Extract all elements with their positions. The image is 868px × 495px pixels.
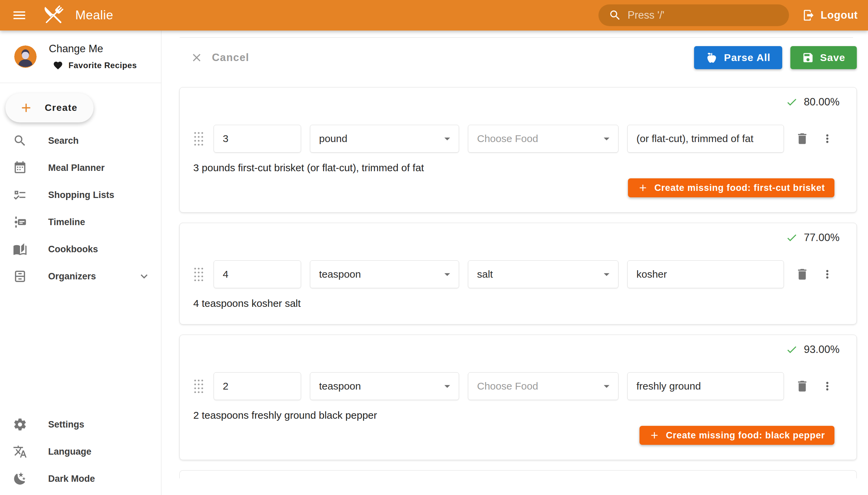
confidence-row: 77.00% <box>193 231 839 245</box>
drag-handle-icon[interactable] <box>193 131 204 146</box>
quantity-input[interactable] <box>214 260 301 288</box>
sidebar-item-shopping-lists[interactable]: Shopping Lists <box>0 182 161 208</box>
unit-value: pound <box>319 133 347 144</box>
search-icon <box>609 9 622 22</box>
user-profile-block[interactable]: Change Me Favorite Recipes <box>0 31 161 83</box>
app-title: Mealie <box>75 8 113 22</box>
food-select[interactable]: Choose Food <box>468 125 618 153</box>
ingredient-card-3: 93.00% teaspoon Choose Food <box>180 335 857 460</box>
delete-button[interactable] <box>794 378 810 394</box>
logout-icon <box>802 9 815 22</box>
ingredient-card-4-partial <box>180 470 857 478</box>
mealie-logo-icon <box>41 2 66 28</box>
create-missing-food-button[interactable]: Create missing food: black pepper <box>640 426 834 445</box>
heart-icon <box>53 61 63 70</box>
original-ingredient-text: 4 teaspoons kosher salt <box>193 298 839 309</box>
kebab-icon <box>821 132 834 145</box>
note-input[interactable] <box>627 260 784 288</box>
food-select[interactable]: Choose Food <box>468 372 618 400</box>
open-book-icon <box>13 242 27 256</box>
avatar <box>14 46 37 68</box>
sidebar-divider <box>0 83 161 83</box>
sidebar-nav: Search Meal Planner Shopping Lists Timel… <box>0 127 161 290</box>
unit-select[interactable]: pound <box>310 125 459 153</box>
global-search[interactable] <box>598 4 789 26</box>
chevron-down-icon[interactable] <box>137 270 151 283</box>
confidence-value: 77.00% <box>804 232 839 244</box>
create-button[interactable]: Create <box>5 93 93 122</box>
app-window: Mealie Logout Change Me Favorite Recipes <box>0 0 868 495</box>
translate-icon <box>13 444 27 459</box>
menu-down-icon <box>440 268 454 281</box>
quantity-input[interactable] <box>214 372 301 400</box>
confidence-row: 93.00% <box>193 342 839 357</box>
main-content: Cancel Parse All Save 80.00% <box>162 31 868 495</box>
menu-down-icon <box>440 132 454 146</box>
quantity-input[interactable] <box>214 125 301 153</box>
save-button[interactable]: Save <box>790 46 857 69</box>
calendar-icon <box>13 161 27 175</box>
hamburger-icon <box>12 7 27 23</box>
save-label: Save <box>820 52 845 63</box>
original-ingredient-text: 3 pounds first-cut brisket (or flat-cut)… <box>193 162 839 174</box>
global-search-input[interactable] <box>628 4 789 26</box>
cancel-label: Cancel <box>212 52 249 64</box>
check-icon <box>786 343 798 356</box>
create-missing-food-button[interactable]: Create missing food: first-cut brisket <box>628 178 834 197</box>
note-input[interactable] <box>627 125 784 153</box>
sidebar-item-cookbooks[interactable]: Cookbooks <box>0 236 161 263</box>
create-missing-food-label: Create missing food: black pepper <box>666 430 825 441</box>
apple-icon <box>705 52 718 64</box>
logout-button[interactable]: Logout <box>802 0 858 31</box>
trash-icon <box>795 379 809 393</box>
sidebar: Change Me Favorite Recipes Create Search… <box>0 31 161 495</box>
more-options-button[interactable] <box>820 267 835 282</box>
food-value: salt <box>477 269 493 280</box>
delete-button[interactable] <box>794 266 810 283</box>
sidebar-item-dark-mode[interactable]: Dark Mode <box>0 465 161 492</box>
parser-toolbar: Cancel Parse All Save <box>190 46 857 69</box>
sidebar-item-timeline[interactable]: Timeline <box>0 208 161 236</box>
ingredient-fields-row: pound Choose Food <box>193 125 839 153</box>
checklist-icon <box>13 188 27 202</box>
sidebar-footer: Settings Language Dark Mode <box>0 411 161 495</box>
check-icon <box>786 232 798 244</box>
parse-all-button[interactable]: Parse All <box>694 46 782 69</box>
cancel-button[interactable]: Cancel <box>190 51 249 64</box>
delete-button[interactable] <box>794 131 810 147</box>
more-options-button[interactable] <box>820 131 835 146</box>
trash-icon <box>795 267 809 281</box>
sidebar-item-favorite-recipes[interactable]: Favorite Recipes <box>53 61 137 70</box>
unit-select[interactable]: teaspoon <box>310 372 459 400</box>
timeline-icon <box>13 215 27 229</box>
food-placeholder: Choose Food <box>477 133 538 144</box>
confidence-value: 80.00% <box>804 96 839 108</box>
confidence-row: 80.00% <box>193 95 839 109</box>
sidebar-item-settings[interactable]: Settings <box>0 411 161 438</box>
ingredient-card-1: 80.00% pound Choose Food <box>180 87 857 212</box>
save-icon <box>802 52 814 64</box>
kebab-icon <box>821 268 834 281</box>
sidebar-item-meal-planner[interactable]: Meal Planner <box>0 154 161 182</box>
ingredient-fields-row: teaspoon Choose Food <box>193 372 839 400</box>
food-select[interactable]: salt <box>468 260 618 288</box>
drag-handle-icon[interactable] <box>193 267 204 282</box>
sidebar-item-language[interactable]: Language <box>0 438 161 465</box>
favorites-label: Favorite Recipes <box>68 61 137 70</box>
more-options-button[interactable] <box>820 379 835 394</box>
sidebar-item-organizers[interactable]: Organizers <box>0 263 161 290</box>
unit-value: teaspoon <box>319 380 361 392</box>
hamburger-menu-button[interactable] <box>7 3 31 27</box>
unit-select[interactable]: teaspoon <box>310 260 459 288</box>
note-input[interactable] <box>627 372 784 400</box>
drag-handle-icon[interactable] <box>193 379 204 394</box>
plus-icon <box>649 430 660 441</box>
plus-icon <box>637 183 648 193</box>
menu-down-icon <box>600 132 613 146</box>
top-app-bar: Mealie Logout <box>0 0 868 31</box>
ingredient-fields-row: teaspoon salt <box>193 260 839 288</box>
food-placeholder: Choose Food <box>477 380 538 392</box>
create-label: Create <box>45 102 78 113</box>
sidebar-item-search[interactable]: Search <box>0 127 161 154</box>
check-icon <box>786 96 798 108</box>
